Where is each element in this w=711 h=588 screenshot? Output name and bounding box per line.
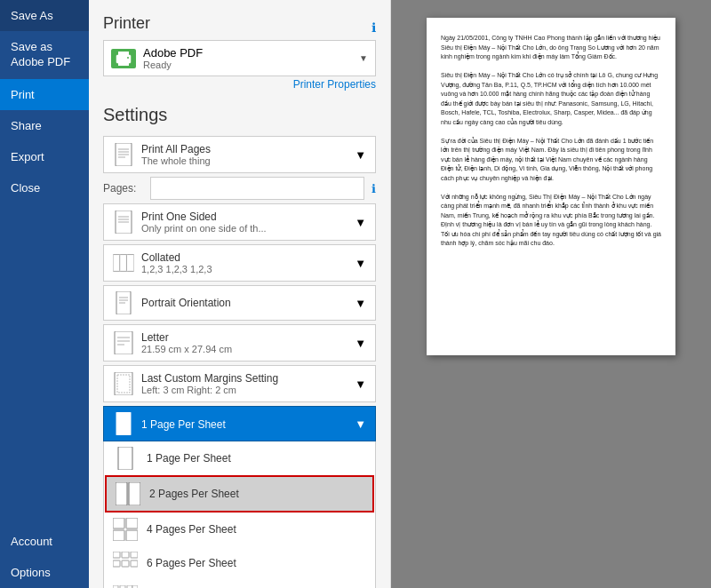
option-2-pages-per-sheet[interactable]: 2 Pages Per Sheet xyxy=(105,475,374,513)
collated-sub: 1,2,3 1,2,3 1,2,3 xyxy=(141,264,212,274)
settings-panel: Printer ℹ xyxy=(89,0,391,588)
pages-per-sheet-dropdown-list: 1 Page Per Sheet 2 Pages Per Sheet xyxy=(103,441,376,588)
svg-rect-15 xyxy=(126,255,134,272)
printer-name: Adobe PDF xyxy=(143,46,203,60)
margins-icon xyxy=(113,373,134,394)
pages-per-sheet-active-arrow: ▼ xyxy=(355,417,366,431)
svg-rect-36 xyxy=(131,552,138,558)
letter-icon xyxy=(113,332,134,354)
pages-info-icon[interactable]: ℹ xyxy=(371,182,376,195)
custom-margins-arrow: ▼ xyxy=(355,377,366,391)
printer-properties-link[interactable]: Printer Properties xyxy=(103,78,376,91)
sidebar-item-export[interactable]: Export xyxy=(0,141,89,172)
svg-rect-34 xyxy=(113,552,120,558)
pages-per-sheet-active-dropdown[interactable]: 1 Page Per Sheet ▼ xyxy=(103,406,376,441)
collated-label: Collated xyxy=(141,251,212,264)
main-content: Printer ℹ xyxy=(89,0,711,588)
svg-rect-38 xyxy=(122,560,129,567)
print-one-sided-icon xyxy=(113,211,134,233)
print-one-sided-label: Print One Sided xyxy=(141,211,267,223)
collated-dropdown[interactable]: Collated 1,2,3 1,2,3 1,2,3 ▼ xyxy=(103,244,376,282)
printer-dropdown-arrow: ▼ xyxy=(359,53,368,63)
sidebar-item-close[interactable]: Close xyxy=(0,172,89,203)
svg-rect-1 xyxy=(118,52,129,56)
sidebar-item-save-adobe-pdf[interactable]: Save as Adobe PDF xyxy=(0,31,89,79)
sidebar-item-share[interactable]: Share xyxy=(0,110,89,141)
settings-section: Settings xyxy=(103,105,376,588)
svg-rect-28 xyxy=(116,482,127,505)
svg-rect-32 xyxy=(113,530,124,541)
svg-rect-29 xyxy=(129,482,140,505)
svg-rect-39 xyxy=(131,560,138,567)
option-1-page-per-sheet[interactable]: 1 Page Per Sheet xyxy=(104,441,375,475)
top-area: Printer ℹ xyxy=(89,0,711,588)
collated-icon xyxy=(113,252,134,274)
portrait-label: Portrait Orientation xyxy=(141,297,231,309)
collated-arrow: ▼ xyxy=(355,257,366,270)
svg-rect-2 xyxy=(118,60,129,66)
sidebar-item-account[interactable]: Account xyxy=(0,526,89,557)
letter-arrow: ▼ xyxy=(355,337,366,350)
6-pages-label: 6 Pages Per Sheet xyxy=(147,557,236,569)
printer-info-icon[interactable]: ℹ xyxy=(371,20,376,35)
print-all-pages-label: Print All Pages xyxy=(141,143,211,155)
4-pages-label: 4 Pages Per Sheet xyxy=(147,523,236,536)
svg-rect-13 xyxy=(113,255,121,272)
letter-sub: 21.59 cm x 27.94 cm xyxy=(141,344,232,354)
pages-input[interactable] xyxy=(150,177,364,200)
portrait-arrow: ▼ xyxy=(355,297,366,310)
2-pages-icon xyxy=(116,484,140,504)
svg-rect-35 xyxy=(122,552,129,558)
sidebar-item-options[interactable]: Options xyxy=(0,557,89,588)
sidebar: Save As Save as Adobe PDF Print Share Ex… xyxy=(0,0,89,588)
1-page-label: 1 Page Per Sheet xyxy=(147,452,231,465)
preview-text: Ngày 21/05/2001, Công ty TNHH Cao Phong … xyxy=(441,34,661,249)
printer-section: Printer ℹ xyxy=(103,14,376,91)
print-one-sided-dropdown[interactable]: Print One Sided Only print on one side o… xyxy=(103,203,376,241)
pages-label: Pages: xyxy=(103,182,143,195)
print-one-sided-arrow: ▼ xyxy=(355,216,366,229)
custom-margins-label: Last Custom Margins Setting xyxy=(141,372,278,385)
printer-icon xyxy=(111,49,136,68)
svg-rect-20 xyxy=(115,331,132,354)
svg-rect-30 xyxy=(113,518,124,528)
portrait-icon xyxy=(113,292,134,314)
custom-margins-sub: Left: 3 cm Right: 2 cm xyxy=(141,385,278,395)
printer-dropdown[interactable]: Adobe PDF Ready ▼ xyxy=(103,40,376,76)
print-all-pages-sub: The whole thing xyxy=(141,155,211,166)
printer-title: Printer xyxy=(103,14,150,33)
pages-per-sheet-active-label: 1 Page Per Sheet xyxy=(141,418,226,431)
document-preview: Ngày 21/05/2001, Công ty TNHH Cao Phong … xyxy=(427,18,675,355)
svg-rect-27 xyxy=(118,447,132,470)
svg-rect-31 xyxy=(126,518,138,528)
sidebar-item-save-as[interactable]: Save As xyxy=(0,0,89,31)
sidebar-item-print[interactable]: Print xyxy=(0,79,89,110)
print-all-pages-arrow: ▼ xyxy=(355,148,366,162)
custom-margins-dropdown[interactable]: Last Custom Margins Setting Left: 3 cm R… xyxy=(103,365,376,402)
portrait-orientation-dropdown[interactable]: Portrait Orientation ▼ xyxy=(103,285,376,321)
6-pages-icon xyxy=(113,553,138,573)
1-page-icon xyxy=(113,449,138,468)
preview-panel: Ngày 21/05/2001, Công ty TNHH Cao Phong … xyxy=(391,0,711,588)
letter-label: Letter xyxy=(141,331,232,344)
option-8-pages-per-sheet[interactable]: 8 Pages Per Sheet xyxy=(104,580,375,588)
printer-status: Ready xyxy=(143,60,203,70)
print-all-pages-dropdown[interactable]: Print All Pages The whole thing ▼ xyxy=(103,136,376,173)
pages-row: Pages: ℹ xyxy=(103,177,376,200)
4-pages-icon xyxy=(113,520,138,539)
svg-rect-26 xyxy=(116,412,131,435)
option-4-pages-per-sheet[interactable]: 4 Pages Per Sheet xyxy=(104,513,375,546)
letter-dropdown[interactable]: Letter 21.59 cm x 27.94 cm ▼ xyxy=(103,324,376,362)
2-pages-label: 2 Pages Per Sheet xyxy=(149,488,239,500)
svg-point-3 xyxy=(127,57,129,59)
pages-per-sheet-active-icon xyxy=(113,413,134,434)
settings-title: Settings xyxy=(103,105,376,125)
print-one-sided-sub: Only print on one side of th... xyxy=(141,223,267,234)
svg-rect-37 xyxy=(113,560,120,567)
print-all-pages-icon xyxy=(113,144,134,165)
option-6-pages-per-sheet[interactable]: 6 Pages Per Sheet xyxy=(104,546,375,580)
svg-rect-33 xyxy=(126,530,138,541)
